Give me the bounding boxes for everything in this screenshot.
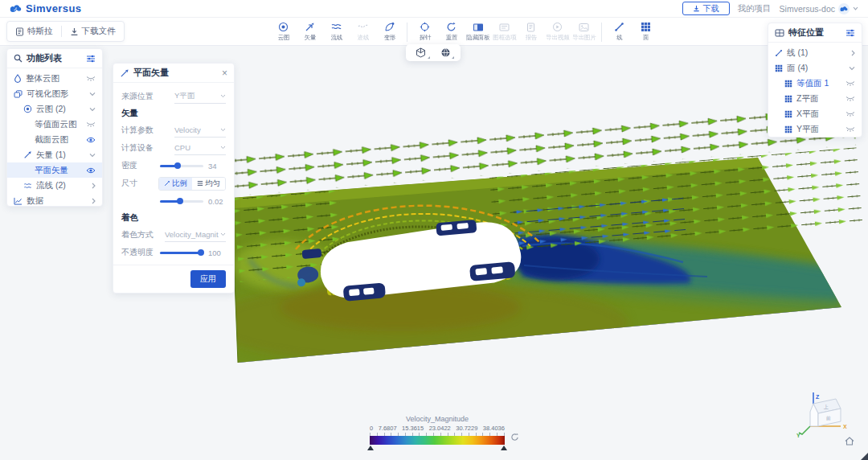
tool-streamline[interactable]: 流线 xyxy=(323,22,350,42)
colorbar-title: Velocity_Magnitude xyxy=(370,415,505,423)
probe-icon xyxy=(420,22,430,32)
tool-deform[interactable]: 变形 xyxy=(376,22,403,42)
account-menu[interactable]: Simversus-doc xyxy=(780,3,858,14)
plane-vector-panel: 平面矢量 × 来源位置 Y平面 矢量 计算参数 Velocity 计算设备 CP… xyxy=(113,63,235,294)
tree-item-data[interactable]: 数据 xyxy=(7,193,102,208)
eye-closed-icon[interactable] xyxy=(86,121,96,127)
avatar xyxy=(838,3,850,14)
render-mode-button[interactable] xyxy=(436,46,455,60)
contour-icon xyxy=(23,105,32,113)
chevron-right-icon[interactable] xyxy=(92,183,96,189)
toolbar: 特斯拉 下载文件 云图 矢量 流线 迹线 变形 xyxy=(0,18,868,46)
feature-item-y-plane[interactable]: Y平面 xyxy=(768,121,862,137)
apply-button[interactable]: 应用 xyxy=(190,270,226,288)
tree-item-overall-contour[interactable]: 整体云图 xyxy=(7,71,102,86)
hide-panel-icon xyxy=(473,23,484,32)
tree-item-section-contour[interactable]: 截面云图 xyxy=(7,132,102,147)
search-icon[interactable] xyxy=(14,54,23,63)
model-button[interactable]: 特斯拉 xyxy=(7,22,61,41)
density-slider[interactable] xyxy=(160,165,203,167)
chevron-down-icon[interactable] xyxy=(89,153,96,158)
close-icon[interactable]: × xyxy=(222,68,227,78)
y-axis xyxy=(799,426,810,434)
filter-icon[interactable] xyxy=(845,29,855,37)
download-file-icon xyxy=(70,27,79,36)
size-slider[interactable] xyxy=(160,200,203,203)
tool-hide-panel[interactable]: 隐藏面板 xyxy=(465,22,491,42)
report-icon xyxy=(526,23,535,32)
scale-icon xyxy=(164,180,170,187)
face-grid-icon xyxy=(775,64,783,72)
vector-icon xyxy=(120,68,129,78)
eye-closed-icon[interactable] xyxy=(845,96,855,101)
colorbar-legend: Velocity_Magnitude 07.680715.361523.0422… xyxy=(370,415,505,450)
app-header: Simversus 下载 我的项目 Simversus-doc xyxy=(0,0,868,18)
size-mode-segmented: 比例 均匀 xyxy=(158,177,226,191)
colormode-select[interactable]: Velocity_Magnit xyxy=(165,228,226,242)
colorbar-min-handle[interactable] xyxy=(367,446,374,450)
tree-item-streamline-group[interactable]: 流线 (2) xyxy=(7,178,102,193)
vector-icon xyxy=(23,150,32,159)
feature-item-x-plane[interactable]: X平面 xyxy=(768,106,862,121)
size-label: 尺寸 xyxy=(121,178,158,189)
colormode-label: 着色方式 xyxy=(121,229,165,240)
eye-closed-icon[interactable] xyxy=(86,76,96,81)
tool-vector[interactable]: 矢量 xyxy=(297,22,323,42)
source-select[interactable]: Y平面 xyxy=(174,90,226,104)
chevron-down-icon[interactable] xyxy=(849,66,855,71)
chevron-down-icon[interactable] xyxy=(89,107,96,112)
eye-open-icon[interactable] xyxy=(86,137,96,143)
chevron-right-icon[interactable] xyxy=(851,50,855,56)
tool-reset[interactable]: 重置 xyxy=(438,22,465,42)
eye-closed-icon[interactable] xyxy=(845,126,855,132)
home-view-icon[interactable] xyxy=(845,437,854,446)
contour-icon xyxy=(278,22,289,32)
tool-face[interactable]: 面 xyxy=(633,22,659,42)
feature-item-z-plane[interactable]: Z平面 xyxy=(768,91,862,106)
my-projects-link[interactable]: 我的项目 xyxy=(738,3,772,14)
feature-item-lines[interactable]: 线 (1) xyxy=(768,45,862,60)
account-name: Simversus-doc xyxy=(780,4,835,14)
device-label: 计算设备 xyxy=(121,142,174,154)
tool-probe[interactable]: 探针 xyxy=(411,22,438,42)
colorbar-gradient[interactable] xyxy=(370,436,505,445)
opacity-value: 100 xyxy=(208,248,226,257)
feature-item-faces[interactable]: 面 (4) xyxy=(768,60,862,76)
render-sphere-icon xyxy=(440,47,451,58)
scene-cube-icon xyxy=(416,47,426,58)
visualization-icon xyxy=(14,90,23,98)
z-axis-label: Z xyxy=(816,394,820,400)
tree-item-plane-vector[interactable]: 平面矢量 xyxy=(7,162,102,178)
size-mode-scale[interactable]: 比例 xyxy=(159,178,192,190)
tree-item-vector-group[interactable]: 矢量 (1) xyxy=(7,147,102,162)
face-grid-icon xyxy=(784,125,792,133)
param-select[interactable]: Velocity xyxy=(174,124,226,138)
tool-line[interactable]: 线 xyxy=(606,22,633,42)
eye-closed-icon[interactable] xyxy=(845,111,855,117)
tree-item-contour-group[interactable]: 云图 (2) xyxy=(7,101,102,117)
download-file-button[interactable]: 下载文件 xyxy=(62,22,124,41)
chevron-down-icon[interactable] xyxy=(89,92,96,97)
app-logo[interactable]: Simversus xyxy=(10,2,81,14)
colorbar-reset-icon[interactable] xyxy=(510,433,519,442)
orientation-cube[interactable]: Z Y X 上 前 xyxy=(794,389,852,441)
opacity-slider[interactable] xyxy=(160,252,203,254)
eye-open-icon[interactable] xyxy=(86,167,96,174)
tree-item-visualization[interactable]: 可视化图形 xyxy=(7,86,102,101)
eye-closed-icon[interactable] xyxy=(845,80,855,86)
size-mode-uniform[interactable]: 均匀 xyxy=(192,178,225,190)
streamline-icon xyxy=(331,22,342,32)
tool-contour[interactable]: 云图 xyxy=(270,22,297,42)
colorbar-max-handle[interactable] xyxy=(501,446,507,450)
device-select[interactable]: CPU xyxy=(174,142,226,155)
vector-icon xyxy=(305,22,315,32)
resize-handle[interactable] xyxy=(861,453,868,460)
download-button[interactable]: 下载 xyxy=(682,2,730,15)
tree-item-isosurface-contour[interactable]: 等值面云图 xyxy=(7,117,102,132)
chevron-right-icon[interactable] xyxy=(92,198,96,204)
slice-plane xyxy=(231,158,841,363)
feature-item-isosurface-1[interactable]: 等值面 1 xyxy=(768,76,862,91)
face-grid-icon xyxy=(784,80,792,88)
filter-icon[interactable] xyxy=(86,55,96,63)
scene-cube-button[interactable] xyxy=(411,46,431,60)
